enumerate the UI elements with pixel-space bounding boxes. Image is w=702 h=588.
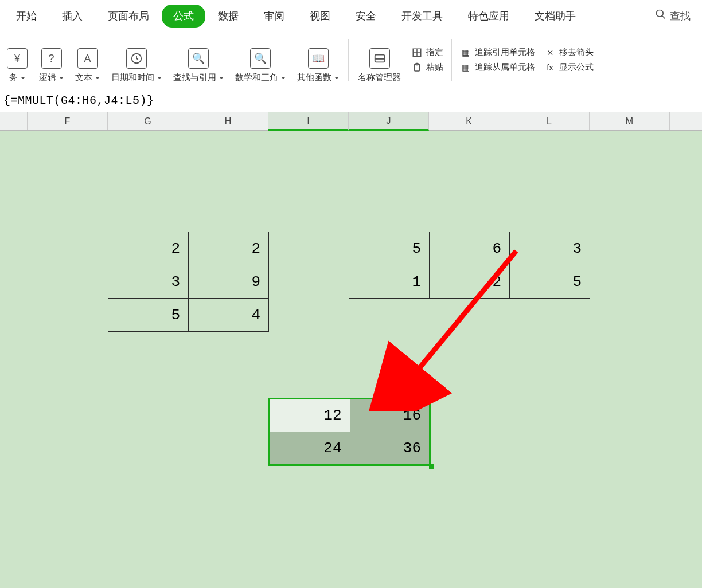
tab-home[interactable]: 开始 <box>3 3 49 29</box>
cell-active[interactable]: 12 <box>270 399 350 432</box>
tab-formula[interactable]: 公式 <box>162 5 205 28</box>
separator <box>451 39 452 81</box>
search-label: 查找 <box>670 9 691 23</box>
cell[interactable]: 2 <box>430 265 510 299</box>
tab-security[interactable]: 安全 <box>343 3 389 29</box>
trace-ref-icon: ▦ <box>460 47 471 58</box>
search-button[interactable]: 查找 <box>647 3 699 29</box>
fx-icon: fx <box>544 62 556 73</box>
cell[interactable]: 5 <box>349 232 430 265</box>
worksheet[interactable]: 22 39 54 563 125 1216 2436 <box>0 131 702 588</box>
formula-text: {=MMULT(G4:H6,J4:L5)} <box>2 94 154 107</box>
money-icon: ¥ <box>7 48 28 69</box>
clipboard-icon <box>411 62 423 73</box>
cell[interactable]: 2 <box>189 232 269 265</box>
ribbon-tabs: 开始 插入 页面布局 公式 数据 审阅 视图 安全 开发工具 特色应用 文档助手… <box>0 0 702 32</box>
cell[interactable]: 1 <box>349 265 430 299</box>
separator <box>348 39 349 81</box>
cell[interactable]: 16 <box>350 399 430 432</box>
col-header-g[interactable]: G <box>108 112 188 130</box>
column-headers: F G H I J K L M <box>0 112 702 131</box>
select-all-corner[interactable] <box>0 112 28 130</box>
col-header-j[interactable]: J <box>349 112 429 131</box>
btn-text[interactable]: A 文本 <box>69 37 106 83</box>
formula-bar[interactable]: {=MMULT(G4:H6,J4:L5)} <box>0 89 702 112</box>
cell[interactable]: 5 <box>510 265 590 299</box>
col-header-l[interactable]: L <box>509 112 590 130</box>
btn-name-manager[interactable]: 名称管理器 <box>352 37 407 83</box>
btn-lookup[interactable]: 🔍 查找与引用 <box>167 37 229 83</box>
btn-other[interactable]: 📖 其他函数 <box>291 37 345 83</box>
letter-icon: A <box>77 48 98 69</box>
btn-remove-arrows[interactable]: ⨯移去箭头 <box>544 45 594 60</box>
trace-dep-icon: ▦ <box>460 62 471 73</box>
btn-trace-precedents[interactable]: ▦追踪引用单元格 <box>460 45 535 60</box>
btn-math[interactable]: 🔍 数学和三角 <box>229 37 291 83</box>
tab-insert[interactable]: 插入 <box>49 3 95 29</box>
cell[interactable]: 3 <box>510 232 590 265</box>
cell[interactable]: 2 <box>108 232 189 265</box>
cell[interactable]: 9 <box>189 265 269 299</box>
tab-data[interactable]: 数据 <box>205 3 251 29</box>
math-icon: 🔍 <box>250 48 271 69</box>
btn-trace-dependents[interactable]: ▦追踪从属单元格 <box>460 60 535 75</box>
tab-special[interactable]: 特色应用 <box>455 3 522 29</box>
fill-handle[interactable] <box>429 464 434 469</box>
col-header-m[interactable]: M <box>590 112 670 130</box>
col-header-f[interactable]: F <box>28 112 108 130</box>
col-header-i[interactable]: I <box>268 112 349 131</box>
lookup-icon: 🔍 <box>188 48 209 69</box>
tab-dev[interactable]: 开发工具 <box>389 3 455 29</box>
grid-icon <box>411 47 423 58</box>
cell[interactable]: 6 <box>430 232 510 265</box>
cell[interactable]: 36 <box>350 432 430 465</box>
tab-layout[interactable]: 页面布局 <box>95 3 162 29</box>
col-header-h[interactable]: H <box>188 112 268 130</box>
btn-logic[interactable]: ? 逻辑 <box>33 37 69 83</box>
btn-assign[interactable]: 指定 <box>411 45 443 60</box>
cell[interactable]: 24 <box>270 432 350 465</box>
tab-dochelper[interactable]: 文档助手 <box>522 3 588 29</box>
btn-show-formula[interactable]: fx显示公式 <box>544 60 594 75</box>
search-icon <box>655 9 666 23</box>
clock-icon <box>126 48 147 69</box>
tray-icon <box>369 48 390 69</box>
btn-financial[interactable]: ¥ 务 <box>1 37 33 83</box>
svg-line-1 <box>662 16 665 19</box>
matrix-a[interactable]: 22 39 54 <box>108 232 269 332</box>
cell[interactable]: 3 <box>108 265 189 299</box>
btn-paste-name[interactable]: 粘贴 <box>411 60 443 75</box>
col-header-k[interactable]: K <box>429 112 509 130</box>
question-icon: ? <box>41 48 62 69</box>
svg-point-0 <box>657 10 664 17</box>
btn-datetime[interactable]: 日期和时间 <box>106 37 167 83</box>
matrix-b[interactable]: 563 125 <box>349 232 590 299</box>
cell[interactable]: 5 <box>108 299 189 332</box>
tab-review[interactable]: 审阅 <box>251 3 297 29</box>
cell[interactable]: 4 <box>189 299 269 332</box>
result-selection[interactable]: 1216 2436 <box>268 398 431 466</box>
ribbon: ¥ 务 ? 逻辑 A 文本 日期和时间 🔍 查找与引用 🔍 数学和三角 📖 其他… <box>0 32 702 89</box>
tab-view[interactable]: 视图 <box>297 3 343 29</box>
book-icon: 📖 <box>308 48 329 69</box>
remove-arrow-icon: ⨯ <box>544 47 556 58</box>
